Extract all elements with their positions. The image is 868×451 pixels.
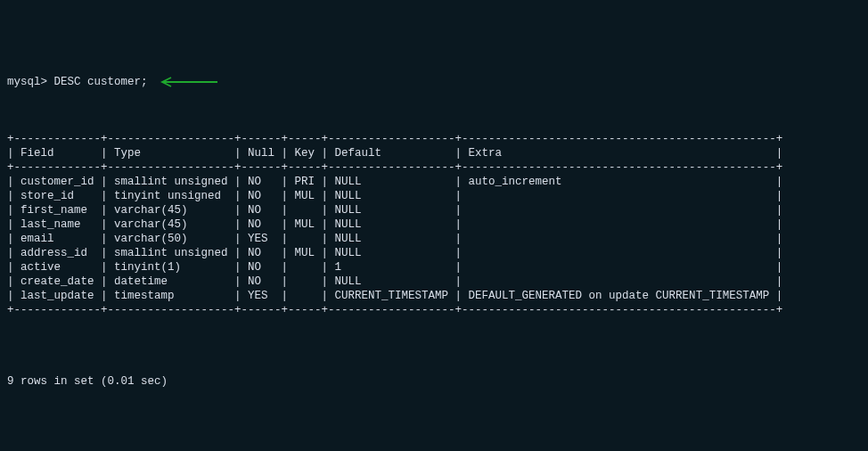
arrow-icon bbox=[157, 75, 219, 89]
empty-line bbox=[7, 346, 861, 360]
command-line-1: mysql> DESC customer; bbox=[7, 75, 861, 89]
prompt-text-1: mysql> DESC customer; bbox=[7, 75, 148, 89]
desc-table-customer: +-------------+-------------------+-----… bbox=[7, 132, 861, 317]
status-line-1: 9 rows in set (0.01 sec) bbox=[7, 374, 861, 389]
empty-line bbox=[7, 403, 861, 417]
